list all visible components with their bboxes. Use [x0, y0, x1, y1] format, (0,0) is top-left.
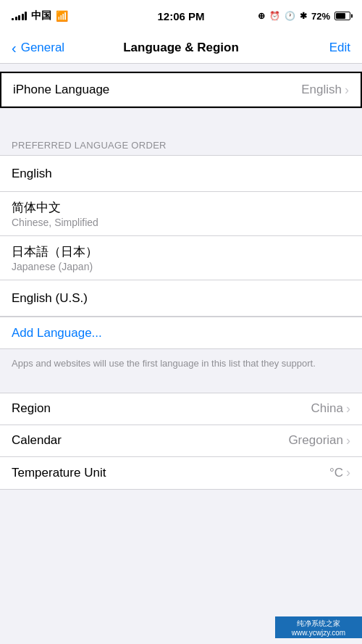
nav-bar: ‹ General Language & Region Edit — [0, 32, 362, 64]
iphone-language-row[interactable]: iPhone Language English › — [0, 72, 362, 108]
clock-icon: 🕐 — [285, 11, 295, 21]
lang-primary-english-us: English (U.S.) — [12, 291, 350, 306]
iphone-language-group: iPhone Language English › — [0, 71, 362, 109]
preferred-language-group: English 简体中文 Chinese, Simplified 日本語（日本）… — [0, 155, 362, 349]
location-icon: ⊕ — [258, 11, 265, 21]
add-language-text: Add Language... — [12, 326, 102, 340]
calendar-label: Calendar — [12, 433, 62, 448]
calendar-row[interactable]: Calendar Gregorian › — [0, 425, 362, 457]
wifi-icon: 📶 — [56, 10, 68, 22]
carrier-label: 中国 — [31, 9, 51, 22]
region-row[interactable]: Region China › — [0, 393, 362, 425]
temperature-value: °C › — [329, 465, 350, 480]
status-carrier: 中国 📶 — [12, 9, 68, 22]
gap-top — [0, 64, 362, 71]
watermark: 纯净系统之家www.ycwjzy.com — [275, 616, 362, 638]
region-chevron-icon: › — [346, 401, 350, 417]
nav-title: Language & Region — [123, 41, 239, 55]
calendar-chevron-icon: › — [346, 433, 350, 448]
preferred-section-label: PREFERRED LANGUAGE ORDER — [0, 134, 362, 155]
other-settings-group: Region China › Calendar Gregorian › Temp… — [0, 393, 362, 490]
iphone-language-value: English › — [301, 83, 349, 98]
description-box: Apps and websites will use the first lan… — [0, 349, 362, 378]
add-language-row[interactable]: Add Language... — [0, 317, 362, 348]
lang-primary-chinese: 简体中文 — [12, 199, 350, 216]
battery-percent: 72% — [311, 11, 330, 22]
language-item-english-us[interactable]: English (U.S.) — [0, 280, 362, 317]
back-label: General — [21, 41, 64, 55]
iphone-language-current: English — [301, 83, 342, 97]
lang-primary-japanese: 日本語（日本） — [12, 243, 350, 260]
calendar-current: Gregorian — [288, 433, 343, 448]
temperature-current: °C — [329, 466, 343, 480]
iphone-language-label: iPhone Language — [13, 83, 109, 97]
back-button[interactable]: ‹ General — [12, 41, 64, 55]
bluetooth-icon: ✱ — [300, 11, 307, 21]
language-item-chinese[interactable]: 简体中文 Chinese, Simplified — [0, 192, 362, 236]
signal-icon — [12, 12, 27, 20]
description-text: Apps and websites will use the first lan… — [12, 358, 316, 369]
alarm-icon: ⏰ — [269, 11, 280, 21]
watermark-text: 纯净系统之家www.ycwjzy.com — [292, 619, 345, 637]
region-label: Region — [12, 401, 51, 416]
temperature-row[interactable]: Temperature Unit °C › — [0, 457, 362, 489]
temperature-chevron-icon: › — [346, 465, 350, 480]
back-chevron-icon: ‹ — [12, 41, 17, 55]
lang-secondary-chinese: Chinese, Simplified — [12, 217, 350, 228]
status-bar: 中国 📶 12:06 PM ⊕ ⏰ 🕐 ✱ 72% — [0, 0, 362, 32]
region-value: China › — [311, 401, 350, 417]
language-item-japanese[interactable]: 日本語（日本） Japanese (Japan) — [0, 236, 362, 280]
edit-button[interactable]: Edit — [329, 41, 350, 55]
status-time: 12:06 PM — [157, 10, 204, 22]
lang-primary-english: English — [12, 167, 350, 181]
chevron-right-icon: › — [345, 83, 349, 98]
battery-icon — [334, 12, 350, 20]
gap-preferred — [0, 109, 362, 134]
gap-other — [0, 378, 362, 393]
calendar-value: Gregorian › — [288, 433, 350, 448]
region-current: China — [311, 401, 343, 416]
lang-secondary-japanese: Japanese (Japan) — [12, 261, 350, 272]
temperature-label: Temperature Unit — [12, 466, 106, 480]
language-item-english[interactable]: English — [0, 156, 362, 192]
status-icons: ⊕ ⏰ 🕐 ✱ 72% — [258, 11, 350, 22]
